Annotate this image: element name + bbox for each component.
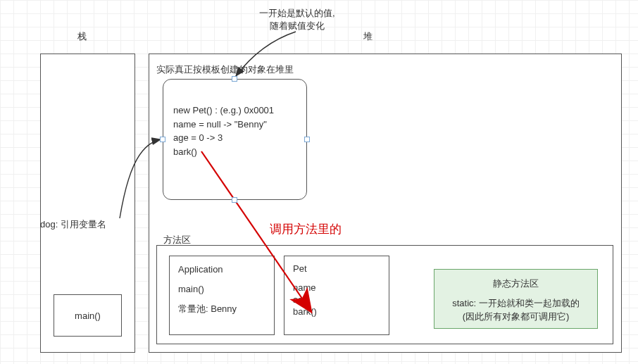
obj-line3: age = 0 -> 3 bbox=[173, 131, 296, 145]
static-box: 静态方法区 static: 一开始就和类一起加载的 (因此所有对象都可调用它) bbox=[434, 269, 598, 329]
pet-box: Pet name age bark() bbox=[284, 256, 389, 335]
static-line1: static: 一开始就和类一起加载的 bbox=[443, 296, 589, 310]
obj-line4: bark() bbox=[173, 145, 296, 159]
heap-object-box[interactable]: new Pet() : (e.g.) 0x0001 name = null ->… bbox=[163, 79, 307, 200]
call-method-label: 调用方法里的 bbox=[270, 221, 342, 237]
stack-main-label: main() bbox=[75, 310, 101, 321]
method-area-label: 方法区 bbox=[163, 234, 191, 246]
obj-line1: new Pet() : (e.g.) 0x0001 bbox=[173, 103, 296, 118]
heap-obj-title: 实际真正按模板创建的对象在堆里 bbox=[156, 63, 294, 76]
heap-label: 堆 bbox=[363, 30, 373, 43]
pet-title: Pet bbox=[293, 263, 380, 275]
top-note-line2: 随着赋值变化 bbox=[270, 20, 325, 31]
static-line2: (因此所有对象都可调用它) bbox=[443, 310, 589, 324]
pet-bark: bark() bbox=[293, 306, 380, 318]
handle-w[interactable] bbox=[160, 137, 165, 142]
stack-main-box: main() bbox=[54, 294, 122, 337]
top-note: 一开始是默认的值, 随着赋值变化 bbox=[259, 7, 335, 32]
static-title: 静态方法区 bbox=[443, 277, 589, 291]
dog-ref-label: dog: 引用变量名 bbox=[40, 218, 106, 231]
app-main: main() bbox=[178, 283, 265, 296]
app-const-pool: 常量池: Benny bbox=[178, 303, 265, 315]
obj-line2: name = null -> "Benny" bbox=[173, 118, 296, 132]
handle-n[interactable] bbox=[232, 76, 237, 82]
pet-age: age bbox=[293, 294, 380, 306]
handle-e[interactable] bbox=[304, 137, 310, 142]
app-title: Application bbox=[178, 263, 265, 276]
application-box: Application main() 常量池: Benny bbox=[169, 256, 275, 335]
handle-s[interactable] bbox=[232, 197, 237, 203]
pet-name: name bbox=[293, 282, 380, 294]
stack-label: 栈 bbox=[77, 30, 87, 43]
top-note-line1: 一开始是默认的值, bbox=[259, 8, 335, 18]
